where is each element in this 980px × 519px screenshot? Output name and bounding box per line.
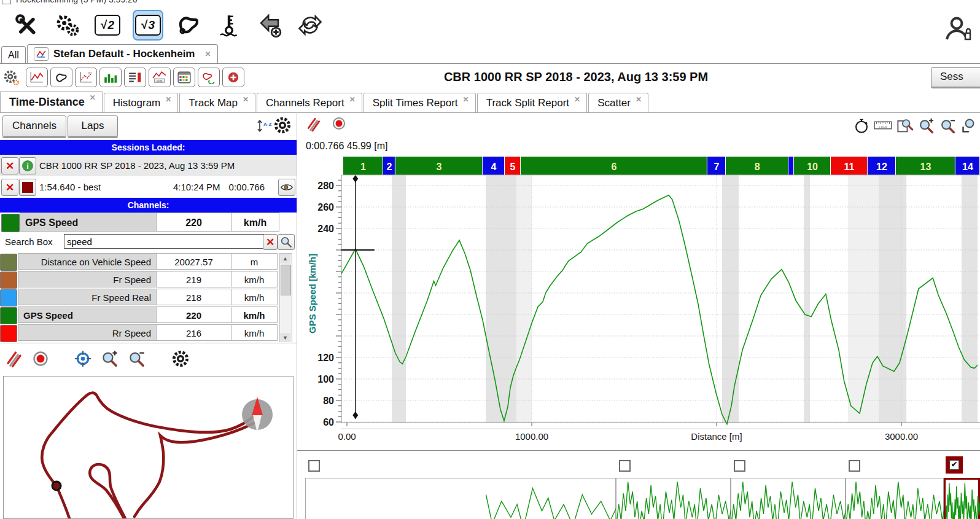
remove-lap-button[interactable]: ✕ [1, 179, 18, 196]
close-icon[interactable]: ✕ [243, 95, 249, 104]
doc-tab-split-times-report[interactable]: Split Times Report✕ [364, 93, 476, 112]
laps-button[interactable]: Laps [68, 115, 118, 137]
record-icon[interactable] [32, 350, 49, 370]
selected-lap-checkbox[interactable]: ✔ [946, 456, 963, 474]
lap-row[interactable]: ✕ 1:54.640 - best 4:10:24 PM0:00.766 [0, 176, 297, 198]
sector-segment-blank[interactable] [788, 157, 793, 175]
time-distance-view-icon[interactable] [26, 68, 48, 87]
lap-overview-segment[interactable] [944, 478, 980, 519]
doc-tab-channels-report[interactable]: Channels Report✕ [257, 93, 362, 112]
scatter-view-icon[interactable] [198, 68, 220, 87]
zoom-out-icon[interactable] [128, 349, 146, 370]
clear-search-button[interactable]: ✕ [263, 234, 278, 250]
map-settings-gear-icon[interactable] [171, 349, 190, 371]
doc-tab-track-map[interactable]: Track Map✕ [179, 93, 255, 112]
zoom-in-icon[interactable] [101, 349, 119, 370]
lap-visibility-eye-icon[interactable] [278, 179, 295, 196]
track-map[interactable] [3, 376, 294, 519]
zoom-region-icon[interactable] [896, 117, 914, 137]
close-icon[interactable]: ✕ [463, 95, 469, 104]
close-icon[interactable]: ✕ [574, 95, 580, 104]
scrollbar-thumb[interactable] [281, 265, 291, 295]
channel-row-fr-speed-real[interactable]: Fr Speed Real218km/h [0, 289, 278, 306]
preferences-gear-icon[interactable] [2, 68, 20, 89]
channels-report-view-icon[interactable] [124, 68, 146, 87]
lap-overview-segment[interactable] [731, 478, 846, 519]
doc-tab-histogram[interactable]: Histogram✕ [104, 93, 179, 112]
close-icon[interactable]: ✕ [165, 95, 171, 104]
selected-channel-row[interactable]: GPS Speed 220 km/h [0, 213, 297, 233]
session-row[interactable]: ✕ i CBR 1000 RR SP 2018 - 2023, Aug 13 3… [0, 155, 297, 177]
doc-tab-scatter[interactable]: Scatter✕ [588, 93, 648, 112]
track-split-view-icon[interactable] [173, 68, 195, 87]
speed-distance-plot[interactable]: 1234567810111213142802602401201008060GPS… [297, 141, 980, 445]
channel-table-scrollbar[interactable]: ▲ ▼ [279, 253, 292, 342]
close-icon[interactable]: ✕ [90, 93, 96, 102]
lap-checkbox[interactable] [308, 460, 320, 472]
channel-color-swatch[interactable] [0, 254, 17, 271]
channel-row-distance-on-vehicle-speed[interactable]: Distance on Vehicle Speed20027.57m [0, 253, 278, 271]
session-info-button[interactable]: i [19, 157, 36, 174]
ruler-icon[interactable]: 0 10 20 [874, 117, 892, 137]
lap-checkbox[interactable] [849, 460, 860, 472]
rs2-analysis-icon[interactable]: √2 [93, 11, 122, 39]
lap-time: 4:10:24 PM [173, 182, 220, 192]
chart-cursor[interactable] [341, 175, 375, 419]
lap-overview-segment[interactable] [846, 478, 944, 519]
lap-overview-strip[interactable] [297, 478, 980, 519]
search-input[interactable] [64, 234, 264, 249]
split-times-view-icon[interactable]: 1234 [149, 68, 171, 87]
channels-button[interactable]: Channels [2, 115, 66, 137]
channel-row-fr-speed[interactable]: Fr Speed219km/h [0, 271, 278, 289]
track-manager-icon[interactable] [174, 11, 203, 39]
channel-color-swatch[interactable] [0, 271, 17, 289]
channel-color-swatch[interactable] [1, 214, 20, 232]
lap-checkbox[interactable] [619, 460, 631, 472]
top-checkbox[interactable] [2, 0, 11, 4]
record-icon[interactable] [332, 116, 346, 135]
user-account-icon[interactable] [942, 14, 971, 45]
compare-slashes-icon[interactable] [306, 116, 322, 135]
track-map-view-icon[interactable] [50, 68, 72, 87]
rs3-analysis-icon[interactable]: √3 [134, 11, 162, 39]
xy-plot-view-icon[interactable]: XY [75, 68, 97, 87]
workspace-tabs: All Stefan Default - Hockenheim ✕ [0, 44, 980, 64]
thermometer-icon[interactable] [215, 11, 243, 39]
settings-gears-icon[interactable] [53, 11, 81, 39]
center-target-icon[interactable] [74, 349, 92, 370]
channel-color-swatch[interactable] [0, 289, 17, 306]
close-icon[interactable]: ✕ [636, 95, 642, 104]
sync-icon[interactable] [296, 11, 324, 39]
histogram-view-icon[interactable] [99, 68, 122, 87]
channels-settings-gear-icon[interactable] [273, 115, 292, 138]
zoom-corner-icon[interactable] [961, 117, 978, 137]
channel-color-swatch[interactable] [0, 325, 17, 342]
channel-color-swatch[interactable] [0, 307, 17, 324]
channel-row-rr-speed[interactable]: Rr Speed216km/h [0, 324, 278, 342]
sort-az-icon[interactable]: A-Z [257, 117, 273, 137]
channel-row-gps-speed[interactable]: GPS Speed220km/h [0, 306, 278, 324]
sessions-button[interactable]: Sess [931, 67, 980, 87]
tools-icon[interactable] [12, 11, 41, 39]
add-view-icon[interactable] [222, 68, 244, 87]
zoom-out-icon[interactable] [939, 117, 957, 137]
scroll-up-icon[interactable]: ▲ [280, 254, 290, 263]
lap-color-swatch[interactable] [19, 179, 36, 196]
remove-session-button[interactable]: ✕ [1, 157, 18, 174]
search-icon[interactable] [278, 234, 295, 250]
stopwatch-icon[interactable] [854, 117, 869, 137]
tab-active-workspace[interactable]: Stefan Default - Hockenheim ✕ [27, 44, 218, 63]
compare-slashes-icon[interactable] [5, 349, 23, 370]
close-icon[interactable]: ✕ [349, 95, 356, 104]
lap-overview-segment[interactable] [616, 478, 731, 519]
selected-channel-name: GPS Speed [20, 213, 157, 232]
doc-tab-track-split-report[interactable]: Track Split Report✕ [477, 93, 587, 112]
download-data-icon[interactable] [255, 11, 284, 39]
lap-checkbox[interactable] [734, 460, 745, 472]
scroll-down-icon[interactable]: ▼ [280, 333, 290, 342]
lap-overview-segment[interactable] [305, 478, 616, 519]
zoom-in-icon[interactable] [918, 117, 935, 137]
tab-all[interactable]: All [1, 46, 26, 63]
close-icon[interactable]: ✕ [205, 50, 211, 58]
doc-tab-time-distance[interactable]: Time-Distance✕ [0, 91, 103, 112]
